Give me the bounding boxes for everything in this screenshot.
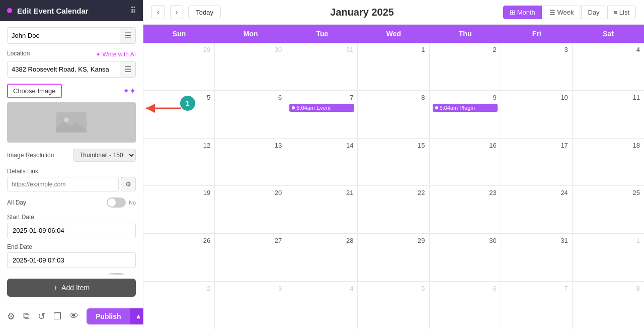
cal-cell-jan23[interactable]: 23 [430,186,501,233]
dot-icon [7,8,12,13]
choose-image-button[interactable]: Choose Image [7,84,62,98]
name-icon-btn[interactable]: ☰ [120,28,135,43]
details-link-input[interactable] [7,177,119,191]
cal-cell-jan25[interactable]: 25 [573,186,644,233]
cal-next-button[interactable]: › [170,5,184,19]
cal-view-day-button[interactable]: Day [581,6,606,19]
cal-cell-feb8[interactable]: 8 [573,282,644,329]
all-day-thumb [108,199,116,207]
settings-icon[interactable]: ⚙ [7,311,15,322]
end-date-input[interactable] [7,252,136,268]
cal-cell-jan26[interactable]: 26 [143,234,215,281]
grid-icon[interactable]: ⠿ [130,6,136,15]
cal-cell-jan7[interactable]: 7 6:04am Event [286,91,358,138]
ai-write-link[interactable]: ✦ Write with AI [96,51,136,58]
event-jan9[interactable]: 6:04am Plugin [433,104,498,112]
right-panel: ‹ › Today January 2025 ⊞ Month ☰ Week Da… [143,0,644,329]
start-date-label: Start Date [7,214,136,221]
cal-prev-button[interactable]: ‹ [151,5,165,19]
cal-cell-dec29[interactable]: 29 [143,43,215,90]
cal-cell-jan8[interactable]: 8 [358,91,429,138]
cal-cell-feb6[interactable]: 6 [430,282,501,329]
cal-cell-jan3[interactable]: 3 [501,43,573,90]
individual-style-track[interactable] [107,273,126,275]
cal-cell-jan5[interactable]: 5 [143,91,215,138]
cal-cell-jan18[interactable]: 18 [573,139,644,186]
location-icon-btn[interactable]: ☰ [120,61,135,77]
cal-cell-feb3[interactable]: 3 [215,282,286,329]
cal-cell-jan4[interactable]: 4 [573,43,644,90]
cal-cell-jan11[interactable]: 11 [573,91,644,138]
cal-cell-jan15[interactable]: 15 [358,139,429,186]
cal-cell-jan9[interactable]: 9 6:04am Plugin [430,91,501,138]
cal-cell-jan21[interactable]: 21 [286,186,358,233]
cal-cell-jan31[interactable]: 31 [501,234,573,281]
cal-cell-feb5[interactable]: 5 [358,282,429,329]
calendar-week-2: 5 6 7 6:04am Event 8 9 6:04am [143,91,644,139]
publish-wrapper: Publish ▲ [87,308,147,324]
history-icon[interactable]: ↺ [38,311,45,322]
cal-cell-jan6[interactable]: 6 [215,91,286,138]
publish-button[interactable]: Publish [87,308,130,324]
layers-icon[interactable]: ⧉ [23,311,30,321]
all-day-toggle[interactable]: No [107,198,136,208]
cal-cell-feb2[interactable]: 2 [143,282,215,329]
cal-cell-jan10[interactable]: 10 [501,91,573,138]
cal-cell-jan24[interactable]: 24 [501,186,573,233]
cal-view-list-button[interactable]: ≡ List [607,6,636,19]
cal-cell-jan2[interactable]: 2 [430,43,501,90]
cal-cell-jan19[interactable]: 19 [143,186,215,233]
cal-cell-jan14[interactable]: 14 [286,139,358,186]
cal-cell-dec30[interactable]: 30 [215,43,286,90]
cal-cell-jan1[interactable]: 1 [358,43,429,90]
cal-cell-jan27[interactable]: 27 [215,234,286,281]
all-day-track[interactable] [107,198,126,208]
magic-icon[interactable]: ✦✦ [123,86,136,96]
calendar-week-4: 19 20 21 22 23 24 25 [143,186,644,234]
cal-cell-feb7[interactable]: 7 [501,282,573,329]
start-date-input[interactable] [7,223,136,238]
event-jan7[interactable]: 6:04am Event [289,104,354,112]
individual-style-thumb [108,274,116,275]
location-input[interactable] [8,62,120,76]
cal-today-button[interactable]: Today [188,6,221,19]
ai-icon: ✦ [96,51,101,58]
event-dot [292,106,295,109]
cal-view-month-button[interactable]: ⊞ Month [503,6,542,19]
individual-style-toggle[interactable]: No [107,273,136,275]
cal-cell-jan28[interactable]: 28 [286,234,358,281]
cal-cell-jan13[interactable]: 13 [215,139,286,186]
end-date-field: End Date [7,243,136,268]
day-header-tue: Tue [286,25,358,43]
add-item-icon: + [53,284,57,292]
all-day-toggle-row: All Day No [7,198,136,208]
calendar-week-1: 29 30 31 1 2 3 4 [143,43,644,91]
cal-cell-jan22[interactable]: 22 [358,186,429,233]
name-input[interactable] [8,29,120,42]
day-header-fri: Fri [501,25,573,43]
cal-cell-jan30[interactable]: 30 [430,234,501,281]
cal-cell-jan29[interactable]: 29 [358,234,429,281]
day-header-sat: Sat [573,25,644,43]
duplicate-icon[interactable]: ❐ [53,311,61,322]
cal-view-week-button[interactable]: ☰ Week [543,6,581,19]
cal-cell-jan12[interactable]: 12 [143,139,215,186]
image-resolution-select[interactable]: Thumbnail - 150 Medium - 300 Large - 102… [73,149,136,162]
day-header-sun: Sun [143,25,215,43]
details-link-label: Details Link [7,168,136,175]
location-input-wrapper: ☰ [7,61,136,78]
day-header-mon: Mon [215,25,286,43]
details-link-field: Details Link ⚙ [7,168,136,191]
individual-style-toggle-row: Individual Style? No [7,273,136,275]
calendar-week-3: 12 13 14 15 16 17 18 [143,139,644,186]
cal-cell-jan17[interactable]: 17 [501,139,573,186]
preview-icon[interactable]: 👁 [69,311,78,321]
cal-cell-dec31[interactable]: 31 [286,43,358,90]
details-link-settings-btn[interactable]: ⚙ [121,177,136,191]
cal-cell-jan20[interactable]: 20 [215,186,286,233]
add-item-button[interactable]: + Add Item [7,279,136,297]
calendar-week-5: 26 27 28 29 30 31 1 [143,234,644,282]
cal-cell-jan16[interactable]: 16 [430,139,501,186]
cal-cell-feb1[interactable]: 1 [573,234,644,281]
cal-cell-feb4[interactable]: 4 [286,282,358,329]
